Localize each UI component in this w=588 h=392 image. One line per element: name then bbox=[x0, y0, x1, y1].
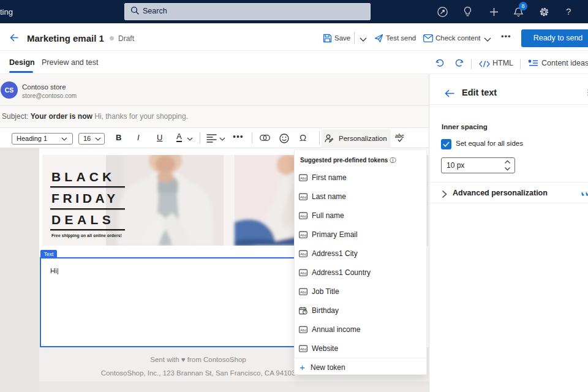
svg-text:DEALS: DEALS bbox=[51, 213, 115, 227]
svg-text:Abc: Abc bbox=[300, 214, 306, 218]
svg-text:Abc: Abc bbox=[300, 271, 306, 275]
svg-text:Abc: Abc bbox=[300, 290, 306, 294]
svg-text:Abc: Abc bbox=[300, 176, 306, 180]
svg-text:Abc: Abc bbox=[300, 328, 306, 332]
svg-text:Abc: Abc bbox=[300, 195, 306, 199]
svg-text:Free shipping on all online or: Free shipping on all online orders! bbox=[51, 233, 122, 238]
svg-text:abc: abc bbox=[395, 133, 404, 139]
svg-text:FRIDAY: FRIDAY bbox=[51, 191, 119, 205]
svg-text:Abc: Abc bbox=[300, 347, 306, 351]
svg-text:Abc: Abc bbox=[300, 252, 306, 256]
svg-text:BLACK: BLACK bbox=[51, 170, 116, 184]
svg-text:Abc: Abc bbox=[300, 233, 306, 237]
